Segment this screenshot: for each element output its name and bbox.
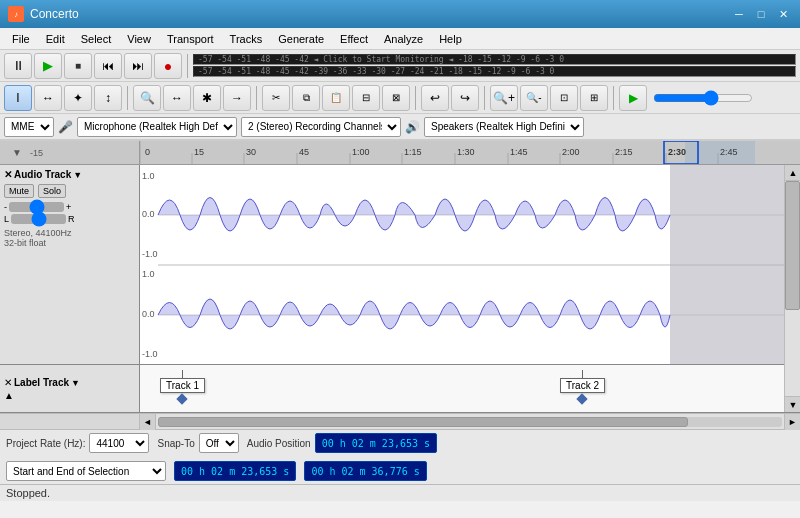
play-green[interactable]: ▶ bbox=[619, 85, 647, 111]
sel-start-value[interactable]: 00 h 02 m 23,653 s bbox=[174, 461, 296, 481]
menu-file[interactable]: File bbox=[4, 31, 38, 47]
vscroll-up[interactable]: ▲ bbox=[785, 165, 800, 181]
pan-r: R bbox=[68, 214, 75, 224]
solo-button[interactable]: Solo bbox=[38, 184, 66, 198]
tool-time[interactable]: → bbox=[223, 85, 251, 111]
status-bar: Stopped. bbox=[0, 484, 800, 501]
vscroll-thumb[interactable] bbox=[785, 181, 800, 310]
playback-speed-slider[interactable] bbox=[653, 93, 753, 103]
menu-effect[interactable]: Effect bbox=[332, 31, 376, 47]
zoom-out-button[interactable]: 🔍- bbox=[520, 85, 548, 111]
skip-back-button[interactable]: ⏮ bbox=[94, 53, 122, 79]
hscroll-track[interactable] bbox=[158, 417, 782, 427]
channels-select[interactable]: 2 (Stereo) Recording Channels bbox=[241, 117, 401, 137]
sep4 bbox=[415, 86, 416, 110]
vscroll-down[interactable]: ▼ bbox=[785, 396, 800, 412]
audio-position-value[interactable]: 00 h 02 m 23,653 s bbox=[315, 433, 437, 453]
timeline-unit: -15 bbox=[30, 148, 43, 158]
vertical-scrollbar[interactable]: ▲ ▼ bbox=[784, 165, 800, 412]
audio-track-name: ✕ Audio Track ▼ bbox=[4, 169, 135, 180]
tool-zoom-in[interactable]: 🔍 bbox=[133, 85, 161, 111]
horizontal-scrollbar[interactable]: ◄ ► bbox=[0, 413, 800, 429]
tracks-wrapper: ✕ Audio Track ▼ Mute Solo - + L R bbox=[0, 165, 800, 413]
snap-to-select[interactable]: Off bbox=[199, 433, 239, 453]
timeline[interactable]: ▼ -15 0 15 30 45 1:00 1:15 1:30 1:45 2:0 bbox=[0, 141, 800, 165]
timeline-track[interactable]: 0 15 30 45 1:00 1:15 1:30 1:45 2:00 2:15… bbox=[140, 141, 800, 164]
audio-track-close-btn[interactable]: ✕ bbox=[4, 169, 12, 180]
close-button[interactable]: ✕ bbox=[774, 5, 792, 23]
audio-position-label: Audio Position bbox=[247, 438, 311, 449]
label-2[interactable]: Track 2 bbox=[560, 370, 605, 403]
label-track-content[interactable]: Track 1 Track 2 bbox=[140, 365, 784, 412]
undo-button[interactable]: ↩ bbox=[421, 85, 449, 111]
menu-analyze[interactable]: Analyze bbox=[376, 31, 431, 47]
audio-track-dropdown[interactable]: ▼ bbox=[73, 170, 82, 180]
audio-track-waveform[interactable]: 1.0 0.0 -1.0 1.0 0.0 -1.0 bbox=[140, 165, 784, 364]
label-1-tag[interactable]: Track 1 bbox=[160, 378, 205, 393]
record-button[interactable]: ● bbox=[154, 53, 182, 79]
timeline-label-area: ▼ -15 bbox=[0, 141, 140, 164]
zoom-in-button[interactable]: 🔍+ bbox=[490, 85, 518, 111]
audio-host-select[interactable]: MME bbox=[4, 117, 54, 137]
tool-zoom-toolbar[interactable]: ↕ bbox=[94, 85, 122, 111]
play-button[interactable]: ▶ bbox=[34, 53, 62, 79]
audio-track-row: ✕ Audio Track ▼ Mute Solo - + L R bbox=[0, 165, 784, 365]
silence-button[interactable]: ⊠ bbox=[382, 85, 410, 111]
pan-slider[interactable] bbox=[11, 214, 66, 224]
skip-forward-button[interactable]: ⏭ bbox=[124, 53, 152, 79]
trim-button[interactable]: ⊟ bbox=[352, 85, 380, 111]
svg-text:2:00: 2:00 bbox=[562, 147, 580, 157]
project-rate-select[interactable]: 44100 bbox=[89, 433, 149, 453]
paste-button[interactable]: 📋 bbox=[322, 85, 350, 111]
sep3 bbox=[256, 86, 257, 110]
hscroll-right[interactable]: ► bbox=[784, 414, 800, 430]
hscroll-thumb[interactable] bbox=[158, 417, 688, 427]
menu-edit[interactable]: Edit bbox=[38, 31, 73, 47]
menu-view[interactable]: View bbox=[119, 31, 159, 47]
audio-track-info: Stereo, 44100Hz 32-bit float bbox=[4, 228, 135, 248]
tool-envelope[interactable]: ↔ bbox=[34, 85, 62, 111]
cut-button[interactable]: ✂ bbox=[262, 85, 290, 111]
selection-mode-select[interactable]: Start and End of Selection bbox=[6, 461, 166, 481]
sep2 bbox=[127, 86, 128, 110]
pause-button[interactable]: ⏸ bbox=[4, 53, 32, 79]
output-device-select[interactable]: Speakers (Realtek High Definiti... bbox=[424, 117, 584, 137]
menu-bar: File Edit Select View Transport Tracks G… bbox=[0, 28, 800, 50]
status-text: Stopped. bbox=[6, 487, 50, 499]
redo-button[interactable]: ↪ bbox=[451, 85, 479, 111]
tool-fit-sel[interactable]: ↔ bbox=[163, 85, 191, 111]
label-track-dropdown[interactable]: ▼ bbox=[71, 378, 80, 388]
menu-select[interactable]: Select bbox=[73, 31, 120, 47]
minimize-button[interactable]: ─ bbox=[730, 5, 748, 23]
output-meter[interactable]: -57 -54 -51 -48 -45 -42 -39 -36 -33 -30 … bbox=[193, 66, 796, 77]
mute-button[interactable]: Mute bbox=[4, 184, 34, 198]
gray-region-bottom bbox=[670, 265, 784, 364]
copy-button[interactable]: ⧉ bbox=[292, 85, 320, 111]
zoom-sel-button[interactable]: ⊡ bbox=[550, 85, 578, 111]
input-device-select[interactable]: Microphone (Realtek High Defini... bbox=[77, 117, 237, 137]
menu-tracks[interactable]: Tracks bbox=[222, 31, 271, 47]
tool-select[interactable]: I bbox=[4, 85, 32, 111]
sel-end-value[interactable]: 00 h 02 m 36,776 s bbox=[304, 461, 426, 481]
tool-multi[interactable]: ✱ bbox=[193, 85, 221, 111]
stop-button[interactable]: ■ bbox=[64, 53, 92, 79]
maximize-button[interactable]: □ bbox=[752, 5, 770, 23]
timeline-arrow[interactable]: ▼ bbox=[8, 147, 26, 158]
label-track-close-btn[interactable]: ✕ bbox=[4, 377, 12, 388]
input-meter[interactable]: -57 -54 -51 -48 -45 -42 ◄ Click to Start… bbox=[193, 54, 796, 65]
label-1-pin-top bbox=[182, 370, 183, 378]
menu-generate[interactable]: Generate bbox=[270, 31, 332, 47]
menu-transport[interactable]: Transport bbox=[159, 31, 222, 47]
vscroll-track[interactable] bbox=[785, 181, 800, 396]
selection-group: Start and End of Selection 00 h 02 m 23,… bbox=[6, 461, 427, 481]
menu-help[interactable]: Help bbox=[431, 31, 470, 47]
svg-text:1:15: 1:15 bbox=[404, 147, 422, 157]
tool-draw[interactable]: ✦ bbox=[64, 85, 92, 111]
label-2-tag[interactable]: Track 2 bbox=[560, 378, 605, 393]
zoom-fit-button[interactable]: ⊞ bbox=[580, 85, 608, 111]
label-2-pin-top bbox=[582, 370, 583, 378]
app-title: Concerto bbox=[30, 7, 730, 21]
label-1[interactable]: Track 1 bbox=[160, 370, 205, 403]
hscroll-left[interactable]: ◄ bbox=[140, 414, 156, 430]
label-track-up-btn[interactable]: ▲ bbox=[4, 390, 135, 401]
